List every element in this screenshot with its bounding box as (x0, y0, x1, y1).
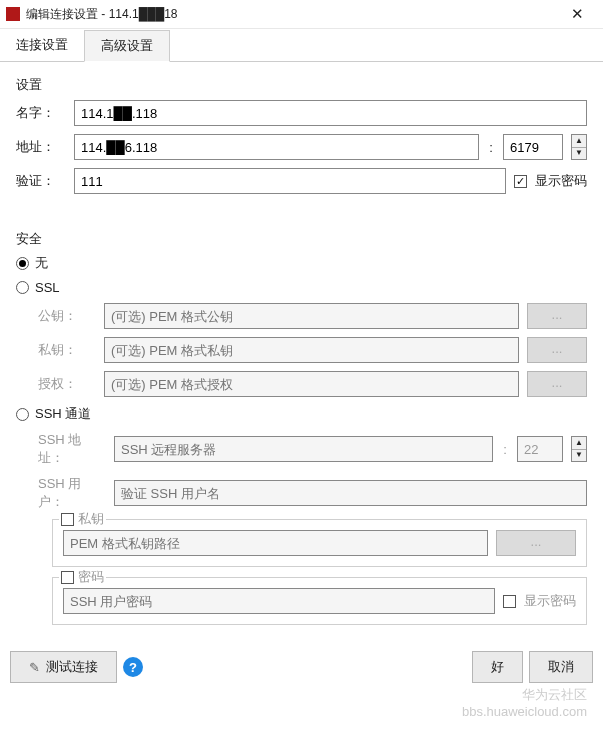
security-group: 安全 (16, 230, 587, 248)
auth-input[interactable] (74, 168, 506, 194)
ssl-pub-label: 公钥： (16, 307, 96, 325)
radio-none-label: 无 (35, 254, 48, 272)
close-icon[interactable]: ✕ (557, 5, 597, 23)
port-input[interactable] (503, 134, 563, 160)
ssh-port-input (517, 436, 563, 462)
ssl-priv-label: 私钥： (16, 341, 96, 359)
test-connection-button[interactable]: ✎测试连接 (10, 651, 117, 683)
ssl-pub-browse: ... (527, 303, 587, 329)
radio-ssl[interactable] (16, 281, 29, 294)
ssh-show-pw-checkbox (503, 595, 516, 608)
watermark: 华为云社区bbs.huaweicloud.com (462, 687, 587, 721)
ssl-auth-input (104, 371, 519, 397)
ssh-key-legend: 私钥 (78, 510, 104, 528)
tab-advanced[interactable]: 高级设置 (84, 30, 170, 62)
colon: : (487, 140, 495, 155)
ssl-pub-input (104, 303, 519, 329)
ssh-show-pw-label: 显示密码 (524, 592, 576, 610)
ssl-priv-input (104, 337, 519, 363)
ssl-auth-label: 授权： (16, 375, 96, 393)
auth-label: 验证： (16, 172, 66, 190)
ssh-key-input (63, 530, 488, 556)
cancel-button[interactable]: 取消 (529, 651, 593, 683)
ssh-pw-legend: 密码 (78, 568, 104, 586)
radio-none[interactable] (16, 257, 29, 270)
name-input[interactable] (74, 100, 587, 126)
radio-ssh[interactable] (16, 408, 29, 421)
ssh-addr-label: SSH 地址： (16, 431, 106, 467)
ssh-addr-input (114, 436, 493, 462)
ssh-user-input (114, 480, 587, 506)
radio-ssh-label: SSH 通道 (35, 405, 91, 423)
ssh-port-stepper: ▲▼ (571, 436, 587, 462)
app-icon (6, 7, 20, 21)
ssl-priv-browse: ... (527, 337, 587, 363)
radio-ssl-label: SSL (35, 280, 60, 295)
show-password-checkbox[interactable] (514, 175, 527, 188)
ssh-key-checkbox (61, 513, 74, 526)
help-icon[interactable]: ? (123, 657, 143, 677)
show-password-label: 显示密码 (535, 172, 587, 190)
settings-group: 设置 (16, 76, 587, 94)
ssh-pw-input (63, 588, 495, 614)
address-input[interactable] (74, 134, 479, 160)
window-title: 编辑连接设置 - 114.1███18 (26, 6, 557, 23)
chevron-down-icon[interactable]: ▼ (572, 148, 586, 160)
tab-connection[interactable]: 连接设置 (0, 30, 84, 62)
ssh-key-browse: ... (496, 530, 576, 556)
ok-button[interactable]: 好 (472, 651, 523, 683)
port-stepper[interactable]: ▲▼ (571, 134, 587, 160)
wand-icon: ✎ (29, 660, 40, 675)
ssh-pw-checkbox (61, 571, 74, 584)
name-label: 名字： (16, 104, 66, 122)
address-label: 地址： (16, 138, 66, 156)
ssh-user-label: SSH 用户： (16, 475, 106, 511)
chevron-up-icon[interactable]: ▲ (572, 135, 586, 148)
ssl-auth-browse: ... (527, 371, 587, 397)
